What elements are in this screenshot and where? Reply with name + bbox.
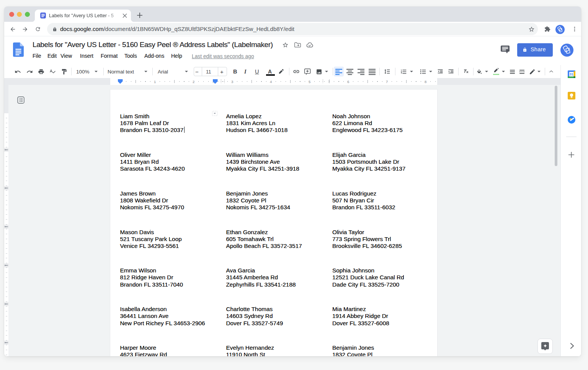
svg-text:31: 31 [570,72,573,76]
